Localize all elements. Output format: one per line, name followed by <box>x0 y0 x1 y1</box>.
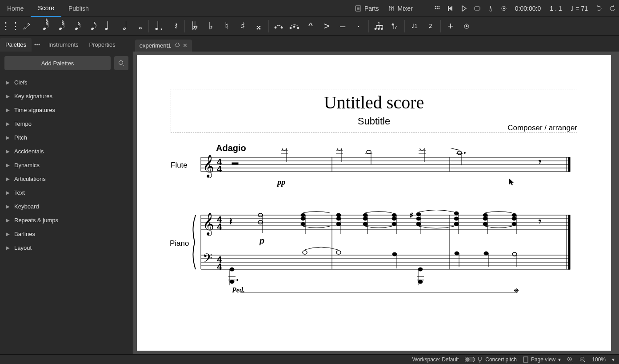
file-tab-name: experiment1 <box>140 42 172 49</box>
page-icon <box>523 356 528 363</box>
playback-settings-button[interactable] <box>497 0 511 17</box>
composer-text[interactable]: Composer / arranger <box>507 124 577 132</box>
paneltab-menu-icon[interactable]: ••• <box>32 38 43 52</box>
score-title[interactable]: Untitled score <box>176 92 572 113</box>
paneltab-palettes[interactable]: Palettes <box>0 38 32 52</box>
palettes-sidebar: Add Palettes ▶Clefs ▶Key signatures ▶Tim… <box>0 52 133 354</box>
workspace-label[interactable]: Workspace: Default <box>412 356 459 363</box>
search-palettes-button[interactable] <box>114 56 128 70</box>
palette-keyboard[interactable]: ▶Keyboard <box>4 200 128 213</box>
score-page[interactable]: Untitled score Subtitle Composer / arran… <box>137 55 611 351</box>
svg-point-97 <box>301 213 305 217</box>
sharp-icon[interactable]: ♯ <box>235 17 251 36</box>
add-button[interactable]: + <box>443 17 459 36</box>
svg-point-22 <box>275 27 276 28</box>
tab-score[interactable]: Score <box>31 0 61 17</box>
toolbar-grip-icon[interactable]: ⋮⋮ <box>3 17 19 36</box>
svg-point-30 <box>381 28 383 30</box>
grip-icon[interactable] <box>431 0 444 17</box>
palette-time-signatures[interactable]: ▶Time signatures <box>4 103 128 117</box>
metronome-button[interactable] <box>484 0 497 17</box>
tenuto-icon[interactable]: – <box>335 17 351 36</box>
palette-pitch[interactable]: ▶Pitch <box>4 131 128 144</box>
natural-icon[interactable]: ♮ <box>219 17 235 36</box>
note-quarter[interactable]: ♩ <box>99 17 115 36</box>
palette-key-signatures[interactable]: ▶Key signatures <box>4 89 128 103</box>
toolbar-settings-icon[interactable] <box>459 17 475 36</box>
zoom-in-icon <box>567 356 573 363</box>
augmentation-dot[interactable]: ♩. <box>151 17 167 36</box>
chevron-right-icon: ▶ <box>6 204 10 209</box>
redo-button[interactable] <box>606 0 619 17</box>
palette-repeats-jumps[interactable]: ▶Repeats & jumps <box>4 213 128 227</box>
play-button[interactable] <box>457 0 471 17</box>
toggle-icon <box>465 357 475 362</box>
svg-point-86 <box>420 148 424 150</box>
svg-line-40 <box>123 64 124 66</box>
staccato-icon[interactable]: · <box>351 17 367 36</box>
note-32nd[interactable]: 𝅘𝅥𝅰 <box>51 17 67 36</box>
main-tabs: Home Score Publish <box>0 0 96 17</box>
palette-dynamics[interactable]: ▶Dynamics <box>4 158 128 172</box>
tie-icon[interactable] <box>271 17 287 36</box>
svg-point-110 <box>392 217 396 220</box>
tuplet-icon[interactable]: 3 <box>371 17 387 36</box>
parts-button[interactable]: Parts <box>350 0 383 17</box>
palette-accidentals[interactable]: ▶Accidentals <box>4 144 128 158</box>
palette-barlines[interactable]: ▶Barlines <box>4 227 128 241</box>
svg-point-109 <box>392 213 396 217</box>
mixer-icon <box>388 5 395 12</box>
pencil-icon[interactable] <box>19 17 35 36</box>
palette-articulations[interactable]: ▶Articulations <box>4 172 128 186</box>
add-palettes-button[interactable]: Add Palettes <box>4 56 111 70</box>
svg-point-10 <box>435 6 436 7</box>
undo-button[interactable] <box>592 0 606 17</box>
svg-point-138 <box>336 251 341 254</box>
palette-layout[interactable]: ▶Layout <box>4 241 128 255</box>
svg-point-98 <box>301 217 305 220</box>
chevron-down-icon[interactable]: ▾ <box>612 356 615 363</box>
double-sharp-icon[interactable]: 𝄪 <box>251 17 267 36</box>
tab-home[interactable]: Home <box>0 0 31 17</box>
note-half[interactable]: 𝅗𝅥 <box>115 17 131 36</box>
marcato-icon[interactable]: ^ <box>303 17 319 36</box>
palette-tempo[interactable]: ▶Tempo <box>4 117 128 131</box>
palette-text[interactable]: ▶Text <box>4 186 128 200</box>
note-64th[interactable]: 𝅘𝅥𝅱 <box>35 17 51 36</box>
loop-button[interactable] <box>471 0 484 17</box>
treble-clef-flute: 𝄞 <box>203 155 214 178</box>
rewind-button[interactable] <box>444 0 457 17</box>
chevron-right-icon: ▶ <box>6 80 10 85</box>
flat-icon[interactable]: ♭ <box>203 17 219 36</box>
concert-pitch-toggle[interactable]: Concert pitch <box>465 356 517 363</box>
rest-icon[interactable]: 𝄽 <box>167 17 183 36</box>
note-8th[interactable]: 𝅘𝅥𝅮 <box>83 17 99 36</box>
flip-direction-icon[interactable] <box>387 17 403 36</box>
svg-point-25 <box>293 26 295 28</box>
note-whole[interactable]: 𝅝 <box>131 17 147 36</box>
score-canvas[interactable]: Untitled score Subtitle Composer / arran… <box>133 52 619 354</box>
svg-point-137 <box>303 251 307 254</box>
tab-publish[interactable]: Publish <box>61 0 96 17</box>
paneltab-instruments[interactable]: Instruments <box>43 38 84 52</box>
svg-rect-65 <box>568 215 570 269</box>
note-16th[interactable]: 𝅘𝅥𝅯 <box>67 17 83 36</box>
double-flat-icon[interactable]: 𝄫 <box>187 17 203 36</box>
accent-icon[interactable]: > <box>319 17 335 36</box>
zoom-out-button[interactable] <box>579 356 586 363</box>
paneltab-properties[interactable]: Properties <box>84 38 121 52</box>
chevron-right-icon: ▶ <box>6 135 10 140</box>
close-tab-icon[interactable]: ✕ <box>183 42 188 49</box>
voice-1-button[interactable]: ♩1 <box>407 17 423 36</box>
zoom-in-button[interactable] <box>567 356 573 363</box>
svg-point-39 <box>119 61 123 65</box>
svg-marker-153 <box>509 179 514 185</box>
mixer-button[interactable]: Mixer <box>383 0 417 17</box>
palette-clefs[interactable]: ▶Clefs <box>4 76 128 89</box>
view-mode-dropdown[interactable]: Page view ▾ <box>523 356 561 363</box>
cloud-icon <box>174 42 180 49</box>
slur-icon[interactable] <box>287 17 303 36</box>
zoom-level[interactable]: 100% <box>592 356 606 363</box>
file-tab[interactable]: experiment1 ✕ <box>135 40 192 52</box>
voice-2-button[interactable]: 𝅘2 <box>423 17 439 36</box>
